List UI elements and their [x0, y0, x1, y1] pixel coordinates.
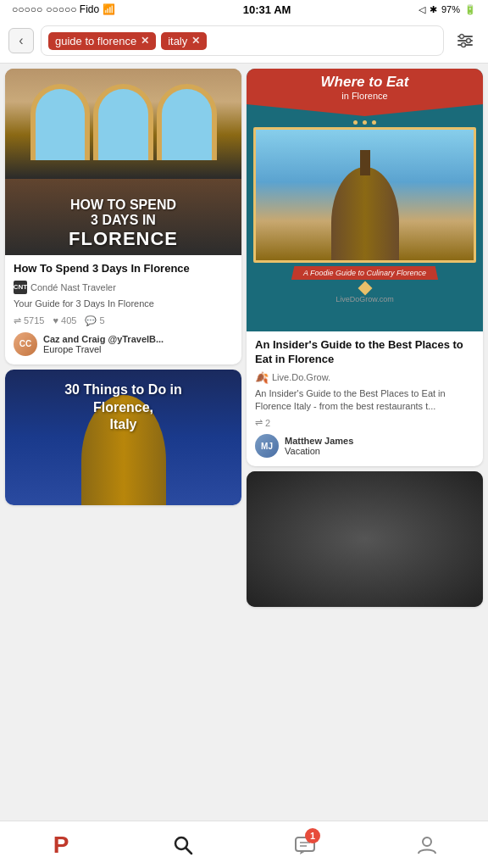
svg-point-3 [460, 35, 464, 39]
nav-profile[interactable] [366, 821, 488, 868]
bluetooth-icon: ✱ [430, 4, 437, 15]
thirty-line1: 30 Things to Do in [5, 381, 241, 399]
thirty-things-text: 30 Things to Do in Florence, Italy [5, 381, 241, 434]
likes-stat: ♥ 405 [53, 315, 76, 326]
like-count: 405 [61, 315, 76, 326]
status-bar: ○○○○○ ○○○○○ Fido 📶 10:31 AM ◁ ✱ 97% 🔋 [0, 0, 488, 19]
bottom-nav: P 1 [0, 821, 488, 868]
source-name: Condé Nast Traveler [30, 282, 116, 292]
nav-spacer [0, 612, 488, 663]
overlay-line3: FLORENCE [14, 228, 233, 250]
dot-2 [363, 120, 367, 125]
comments-stat: 💬 5 [85, 315, 104, 326]
carrier-name: ○○○○○ Fido [46, 3, 99, 15]
pin-3days-title: How To Spend 3 Days In Florence [14, 262, 233, 276]
pin-insider[interactable]: Where to Eat in Florence A Foodie Guide … [247, 69, 483, 466]
arch-center [93, 84, 153, 160]
location-icon: ◁ [419, 4, 425, 15]
user-info-caz: Caz and Craig @yTravelB... Europe Travel [43, 334, 164, 354]
repin-icon: ⇌ [14, 315, 21, 326]
tag-florence[interactable]: guide to florence ✕ [48, 32, 156, 50]
pinterest-logo-icon: P [53, 832, 69, 859]
pin-3days-info: How To Spend 3 Days In Florence CNT Cond… [5, 255, 241, 364]
like-icon: ♥ [53, 315, 58, 326]
messages-badge: 1 [305, 828, 320, 843]
pin-3days-overlay: HOW TO SPEND 3 DAYS IN FLORENCE [5, 189, 241, 255]
signal-dots: ○○○○○ [12, 3, 42, 15]
battery-icon: 🔋 [464, 4, 476, 15]
back-button[interactable]: ‹ [8, 28, 34, 53]
search-nav-icon [172, 834, 194, 856]
wte-banner-title: Where to Eat [250, 74, 480, 91]
repin-count: 5715 [24, 315, 44, 326]
status-right-icons: ◁ ✱ 97% 🔋 [419, 4, 476, 15]
thirty-line3: Italy [5, 416, 241, 434]
pin-30things-left-image: 30 Things to Do in Florence, Italy [5, 370, 241, 505]
matthew-name: Matthew James [285, 436, 353, 446]
pin-3days-source: CNT Condé Nast Traveler [14, 281, 233, 294]
wte-decorative-dots [353, 120, 376, 125]
tag-florence-remove[interactable]: ✕ [141, 35, 149, 47]
battery-level: 97% [441, 4, 460, 14]
pin-30things-right-image: 30 Things To Do In Florence [247, 471, 483, 607]
overlay-line2: 3 DAYS IN [14, 213, 233, 228]
pin-3days-user[interactable]: CC Caz and Craig @yTravelB... Europe Tra… [14, 332, 233, 356]
insider-repin-icon: ⇌ [255, 417, 263, 428]
pin-insider-desc: An Insider's Guide to the Best Places to… [255, 387, 474, 413]
left-column: HOW TO SPEND 3 DAYS IN FLORENCE How To S… [5, 69, 241, 505]
overlay-line1: HOW TO SPEND [14, 198, 233, 213]
arch-right [157, 84, 217, 160]
pin-insider-stats: ⇌ 2 [255, 417, 474, 428]
pin-insider-user[interactable]: MJ Matthew James Vacation [255, 434, 474, 458]
pin-insider-image: Where to Eat in Florence A Foodie Guide … [247, 69, 483, 331]
filter-button[interactable] [451, 26, 480, 55]
pin-30things-right[interactable]: 30 Things To Do In Florence [247, 471, 483, 607]
matthew-board: Vacation [285, 446, 353, 456]
wte-banner: Where to Eat in Florence [247, 69, 483, 116]
tag-italy-label: italy [168, 35, 187, 47]
cnt-badge: CNT [14, 281, 27, 294]
search-tags-area[interactable]: guide to florence ✕ italy ✕ [41, 25, 444, 56]
status-time: 10:31 AM [243, 3, 291, 16]
leaf-icon: 🍂 [255, 371, 269, 384]
comment-icon: 💬 [85, 315, 97, 326]
pin-3days-stats: ⇌ 5715 ♥ 405 💬 5 [14, 315, 233, 326]
search-bar: ‹ guide to florence ✕ italy ✕ [0, 19, 488, 64]
nav-home[interactable]: P [0, 821, 122, 868]
tag-italy-remove[interactable]: ✕ [191, 35, 200, 47]
nav-messages[interactable]: 1 [244, 821, 366, 868]
pin-3days-desc: Your Guide for 3 Days In Florence [14, 298, 233, 310]
svg-point-4 [467, 39, 471, 43]
dot-1 [353, 120, 358, 125]
user-avatar-caz: CC [14, 332, 37, 356]
user-name: Caz and Craig @yTravelB... [43, 334, 164, 344]
user-board: Europe Travel [43, 344, 164, 354]
arch-left [30, 84, 91, 160]
wte-footer-band: A Foodie Guide to Culinary Florence [291, 266, 438, 280]
pin-30things-left[interactable]: 30 Things to Do in Florence, Italy [5, 370, 241, 505]
dot-3 [372, 120, 376, 125]
svg-line-7 [186, 848, 192, 854]
filter-icon [456, 31, 474, 50]
status-carrier: ○○○○○ ○○○○○ Fido 📶 [12, 3, 115, 15]
comment-count: 5 [99, 315, 104, 326]
arch-structure [30, 84, 217, 160]
pin-insider-title: An Insider's Guide to the Best Places to… [255, 338, 474, 367]
pins-grid: HOW TO SPEND 3 DAYS IN FLORENCE How To S… [0, 64, 488, 612]
pin-3days-image: HOW TO SPEND 3 DAYS IN FLORENCE [5, 69, 241, 255]
thirty-line2: Florence, [5, 399, 241, 417]
svg-point-11 [423, 837, 431, 846]
repins-stat: ⇌ 5715 [14, 315, 44, 326]
user-info-matthew: Matthew James Vacation [285, 436, 353, 456]
tag-italy[interactable]: italy ✕ [161, 32, 207, 50]
insider-repin-count: 2 [265, 418, 270, 428]
pin-3days[interactable]: HOW TO SPEND 3 DAYS IN FLORENCE How To S… [5, 69, 241, 364]
wte-footer-area: A Foodie Guide to Culinary Florence [291, 266, 438, 280]
tag-florence-label: guide to florence [55, 35, 136, 47]
insider-repins-stat: ⇌ 2 [255, 417, 270, 428]
wte-photo [253, 127, 476, 263]
svg-point-5 [462, 43, 466, 47]
right-column: Where to Eat in Florence A Foodie Guide … [247, 69, 483, 607]
wte-banner-sub: in Florence [250, 91, 480, 101]
nav-search[interactable] [122, 821, 244, 868]
